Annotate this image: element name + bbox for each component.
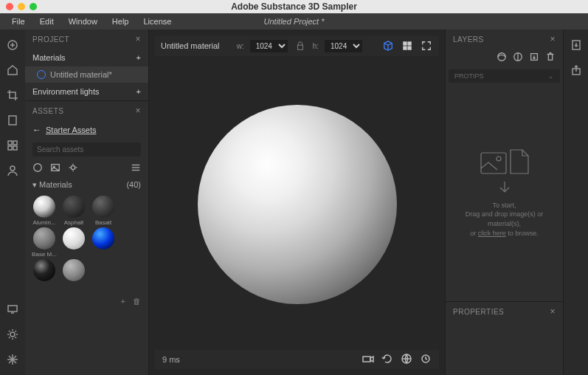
file-placeholder-icon (510, 149, 529, 174)
width-select[interactable]: 1024 (250, 40, 288, 52)
assets-panel-header: ASSETS × (25, 101, 148, 120)
add-env-light-icon[interactable]: + (136, 87, 141, 96)
menu-window[interactable]: Window (61, 17, 105, 26)
asset-grid: Alumin... Asphalt Basalt Base M... (25, 193, 148, 292)
layer-toolbar (446, 49, 563, 66)
list-view-icon[interactable] (131, 162, 141, 174)
globe-icon[interactable] (401, 353, 412, 366)
asset-thumb[interactable] (31, 259, 58, 289)
svg-rect-28 (363, 357, 370, 362)
menu-help[interactable]: Help (105, 17, 136, 26)
refresh-icon[interactable] (420, 353, 432, 366)
share-icon[interactable] (568, 62, 584, 78)
project-panel-title: PROJECT (32, 35, 69, 44)
layers-empty-state[interactable]: To start, Drag and drop image(s) or mate… (446, 86, 563, 301)
menu-edit[interactable]: Edit (32, 17, 61, 26)
material-ring-icon (37, 70, 46, 79)
height-select[interactable]: 1024 (325, 40, 362, 52)
viewport-material-name: Untitled material (161, 41, 219, 50)
close-layers-panel[interactable]: × (550, 34, 556, 44)
filter-light-icon[interactable] (68, 162, 78, 174)
height-label: h: (313, 42, 319, 50)
materials-section[interactable]: Materials + (25, 49, 148, 66)
back-arrow-icon[interactable]: ← (32, 125, 41, 135)
filter-bar (25, 159, 148, 177)
svg-point-19 (71, 165, 75, 169)
category-row[interactable]: ▾ Materials (40) (25, 177, 148, 193)
left-tool-rail (0, 30, 25, 375)
env-lights-section[interactable]: Environment lights + (25, 83, 148, 100)
layer-adjust-icon[interactable] (513, 52, 523, 63)
project-title: Untitled Project * (257, 17, 332, 26)
expand-icon[interactable] (420, 39, 433, 52)
menu-license[interactable]: License (136, 17, 179, 26)
material-name: Untitled material* (50, 70, 112, 79)
svg-rect-24 (404, 42, 407, 45)
asset-thumb[interactable] (60, 259, 87, 289)
viewport-area: Untitled material w: 1024 h: 1024 9 ms (149, 30, 445, 375)
export-icon[interactable] (568, 37, 584, 53)
svg-point-11 (10, 332, 15, 337)
crop-icon[interactable] (4, 87, 21, 103)
svg-rect-5 (13, 141, 17, 145)
asset-thumb[interactable]: Asphalt (60, 196, 87, 226)
filter-sphere-icon[interactable] (32, 162, 43, 174)
asset-thumb[interactable] (60, 227, 87, 258)
close-assets-panel[interactable]: × (135, 106, 141, 116)
lock-icon[interactable] (294, 39, 307, 52)
grid-icon[interactable] (4, 137, 21, 154)
asset-thumb[interactable]: Base M... (31, 227, 58, 258)
svg-rect-26 (404, 47, 407, 49)
svg-rect-9 (8, 306, 17, 312)
svg-point-36 (497, 156, 501, 161)
layers-panel-header: LAYERS × (446, 30, 563, 49)
close-properties-panel[interactable]: × (550, 306, 556, 317)
add-icon[interactable] (4, 37, 21, 53)
render-time: 9 ms (162, 355, 180, 364)
add-material-icon[interactable]: + (136, 53, 141, 62)
add-asset-icon[interactable]: + (121, 297, 125, 306)
svg-point-31 (498, 53, 506, 61)
layer-delete-icon[interactable] (545, 52, 556, 63)
svg-rect-27 (408, 47, 411, 49)
assets-panel: ASSETS × ← Starter Assets Search assets … (25, 100, 148, 375)
svg-point-16 (34, 164, 42, 172)
close-project-panel[interactable]: × (135, 34, 141, 44)
svg-rect-7 (13, 146, 17, 150)
viewport-statusbar: 9 ms (155, 350, 439, 369)
minimize-window[interactable] (18, 3, 25, 10)
close-window[interactable] (6, 3, 13, 10)
right-panel: LAYERS × PROTIPS⌄ To start, Drag and dro… (445, 30, 563, 375)
maximize-window[interactable] (30, 3, 37, 10)
viewport-3d[interactable] (155, 62, 439, 347)
home-icon[interactable] (4, 62, 21, 78)
layer-import-icon[interactable] (529, 52, 539, 63)
chevron-down-icon: ⌄ (548, 72, 554, 80)
filter-image-icon[interactable] (50, 162, 60, 174)
breadcrumb-link[interactable]: Starter Assets (46, 125, 96, 134)
browse-link[interactable]: click here (478, 230, 506, 237)
rotate-icon[interactable] (381, 353, 393, 366)
snowflake-icon[interactable] (4, 351, 21, 368)
assets-breadcrumb[interactable]: ← Starter Assets (25, 120, 148, 140)
svg-rect-3 (9, 116, 16, 125)
delete-asset-icon[interactable]: 🗑 (133, 297, 141, 306)
camera-icon[interactable] (362, 353, 374, 366)
menu-file[interactable]: File (4, 17, 32, 26)
asset-thumb[interactable]: Alumin... (31, 196, 58, 226)
asset-thumb[interactable] (90, 227, 117, 258)
assets-panel-title: ASSETS (32, 107, 63, 115)
material-item[interactable]: Untitled material* (25, 66, 148, 83)
page-icon[interactable] (4, 112, 21, 128)
protips-section[interactable]: PROTIPS⌄ (449, 69, 560, 83)
layer-sphere-icon[interactable] (497, 52, 507, 63)
width-label: w: (237, 42, 244, 50)
cube-3d-icon[interactable] (381, 39, 395, 52)
cog-icon[interactable] (4, 326, 21, 343)
asset-thumb[interactable]: Basalt (90, 196, 117, 226)
search-input[interactable]: Search assets (32, 142, 141, 156)
user-icon[interactable] (4, 162, 21, 179)
monitor-icon[interactable] (4, 301, 21, 317)
grid2d-icon[interactable] (401, 39, 414, 52)
down-arrow-icon (497, 180, 512, 195)
